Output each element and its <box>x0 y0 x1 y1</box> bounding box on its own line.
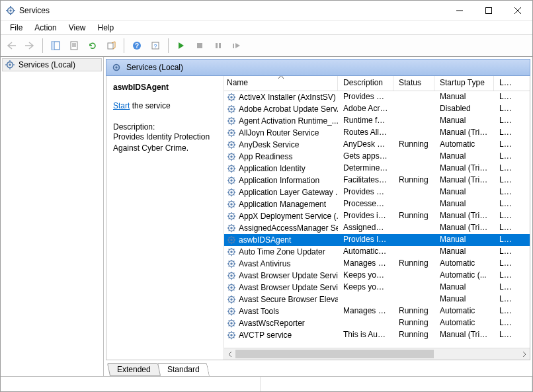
service-name: ActiveX Installer (AxInstSV) <box>239 93 336 102</box>
col-status[interactable]: Status <box>393 76 434 91</box>
refresh-button[interactable] <box>85 38 101 54</box>
service-row[interactable]: AVCTP serviceThis is Audi...RunningManua… <box>224 329 530 341</box>
service-row[interactable]: Application Layer Gateway ...Provides su… <box>224 186 530 198</box>
service-status <box>393 151 434 163</box>
service-row[interactable]: AnyDesk ServiceAnyDesk su...RunningAutom… <box>224 139 530 151</box>
service-name: Avast Tools <box>239 307 279 316</box>
service-row[interactable]: aswbIDSAgentProvides Ide...ManualLoca <box>224 234 530 246</box>
svg-rect-17 <box>108 43 113 49</box>
back-button[interactable] <box>3 38 19 54</box>
service-desc: Provides Ide... <box>338 234 393 246</box>
properties-button[interactable] <box>66 38 82 54</box>
menu-file[interactable]: File <box>5 22 28 34</box>
show-hide-tree-button[interactable] <box>48 38 63 54</box>
svg-point-215 <box>230 310 233 313</box>
minimize-button[interactable] <box>445 1 474 20</box>
sort-asc-icon <box>278 76 284 79</box>
svg-line-51 <box>233 111 234 112</box>
service-row[interactable]: Adobe Acrobat Update Serv...Adobe Acro..… <box>224 103 530 115</box>
service-startup: Manual (Trig... <box>434 175 494 186</box>
start-link[interactable]: Start <box>113 101 130 110</box>
export-list-button[interactable] <box>103 38 119 54</box>
service-logon: Loca <box>494 294 518 305</box>
svg-point-75 <box>230 143 233 146</box>
maximize-button[interactable] <box>474 1 503 20</box>
service-logon: Loca <box>494 198 518 210</box>
gear-icon <box>227 235 236 245</box>
svg-point-225 <box>230 322 233 325</box>
svg-line-222 <box>233 309 234 309</box>
svg-line-83 <box>229 147 229 147</box>
service-row[interactable]: Application InformationFacilitates t...R… <box>224 175 530 186</box>
toolbar: ? ? <box>1 34 532 57</box>
col-startup[interactable]: Startup Type <box>434 76 494 91</box>
scroll-track[interactable] <box>235 348 518 360</box>
menu-action[interactable]: Action <box>29 22 62 34</box>
service-row[interactable]: Avast Browser Update Servi...Keeps your … <box>224 282 530 294</box>
svg-line-50 <box>229 106 229 107</box>
svg-rect-12 <box>52 42 54 50</box>
menu-view[interactable]: View <box>63 22 91 34</box>
service-row[interactable]: AppX Deployment Service (...Provides inf… <box>224 210 530 222</box>
svg-point-27 <box>9 63 11 66</box>
service-desc: Provides Us... <box>338 91 393 103</box>
service-name: AppX Deployment Service (... <box>239 212 338 221</box>
close-button[interactable] <box>503 1 532 20</box>
service-row[interactable]: AllJoyn Router ServiceRoutes AllJo...Man… <box>224 127 530 139</box>
gear-icon <box>227 200 236 209</box>
separator <box>42 38 43 53</box>
service-row[interactable]: Avast ToolsManages an...RunningAutomatic… <box>224 305 530 317</box>
svg-rect-25 <box>233 44 234 48</box>
service-desc: AnyDesk su... <box>338 139 393 151</box>
service-startup: Manual <box>434 294 494 305</box>
service-row[interactable]: Avast Browser Update Servi...Keeps your … <box>224 270 530 282</box>
svg-line-162 <box>233 237 234 238</box>
desc-text: Provides Identity Protection Against Cyb… <box>113 132 217 154</box>
help-button[interactable]: ? <box>129 38 145 54</box>
service-row[interactable]: ActiveX Installer (AxInstSV)Provides Us.… <box>224 91 530 103</box>
start-service-button[interactable] <box>173 38 189 54</box>
service-row[interactable]: Application ManagementProcesses in...Man… <box>224 198 530 210</box>
tab-extended[interactable]: Extended <box>107 363 161 376</box>
svg-line-121 <box>233 194 234 195</box>
service-logon: Loca <box>494 222 518 234</box>
service-row[interactable]: Auto Time Zone UpdaterAutomatica...Manua… <box>224 246 530 258</box>
service-row[interactable]: AssignedAccessManager Se...AssignedAc...… <box>224 222 530 234</box>
scroll-right-button[interactable] <box>518 348 530 360</box>
h-scrollbar[interactable] <box>224 348 530 360</box>
service-row[interactable]: Agent Activation Runtime_...Runtime for.… <box>224 115 530 127</box>
service-status <box>393 115 434 127</box>
forward-button[interactable] <box>22 38 38 54</box>
svg-point-165 <box>230 251 233 253</box>
service-row[interactable]: AvastWscReporterRunningAutomaticLoca <box>224 317 530 329</box>
scroll-thumb[interactable] <box>235 350 434 358</box>
service-status <box>393 163 434 175</box>
list-body[interactable]: ActiveX Installer (AxInstSV)Provides Us.… <box>224 91 530 348</box>
svg-line-71 <box>233 135 234 136</box>
service-status <box>393 127 434 139</box>
svg-line-123 <box>229 194 229 195</box>
help-topic-button[interactable]: ? <box>147 38 163 54</box>
service-row[interactable]: Avast Secure Browser Elevat...ManualLoca <box>224 294 530 305</box>
service-row[interactable]: App ReadinessGets apps re...ManualLoca <box>224 151 530 163</box>
menu-help[interactable]: Help <box>93 22 120 34</box>
restart-service-button[interactable] <box>229 38 245 54</box>
col-logon[interactable]: Log On As <box>494 76 518 91</box>
tab-standard[interactable]: Standard <box>157 363 210 376</box>
svg-line-170 <box>229 249 229 250</box>
stop-service-button[interactable] <box>192 38 208 54</box>
col-name[interactable]: Name <box>224 76 338 91</box>
nav-tree[interactable]: Services (Local) <box>1 57 104 376</box>
pause-service-button[interactable] <box>210 38 226 54</box>
col-description[interactable]: Description <box>338 76 393 91</box>
svg-line-163 <box>229 242 229 243</box>
svg-line-231 <box>233 325 234 326</box>
service-startup: Manual (Trig... <box>434 222 494 234</box>
service-row[interactable]: Avast AntivirusManages an...RunningAutom… <box>224 258 530 270</box>
service-row[interactable]: Application IdentityDetermines ...Manual… <box>224 163 530 175</box>
svg-line-240 <box>229 333 229 333</box>
svg-line-190 <box>229 273 229 274</box>
nav-root[interactable]: Services (Local) <box>2 58 102 71</box>
gear-icon <box>227 307 236 316</box>
scroll-left-button[interactable] <box>224 348 235 360</box>
